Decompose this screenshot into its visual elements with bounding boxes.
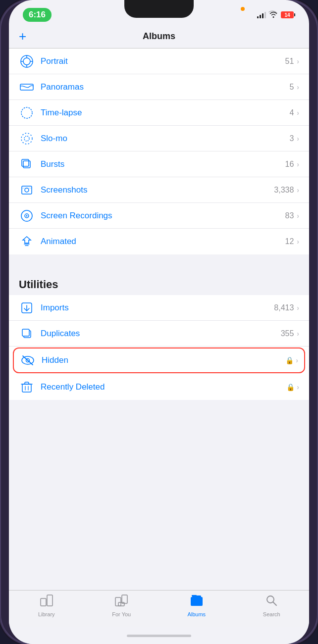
portrait-label: Portrait — [41, 56, 285, 66]
svg-rect-25 — [22, 384, 31, 392]
list-item-timelapse[interactable]: Time-lapse 4 › — [9, 100, 309, 126]
timelapse-label: Time-lapse — [41, 108, 289, 118]
panoramas-icon — [19, 82, 35, 92]
panoramas-count: 5 — [289, 83, 294, 92]
screen-recordings-label: Screen Recordings — [41, 211, 285, 221]
imports-label: Imports — [41, 303, 274, 313]
recently-deleted-label: Recently Deleted — [41, 382, 286, 392]
list-item-bursts[interactable]: Bursts 16 › — [9, 151, 309, 177]
page-title: Albums — [39, 31, 279, 42]
tab-albums[interactable]: Albums — [159, 594, 234, 617]
svg-point-7 — [21, 107, 32, 118]
portrait-icon — [19, 55, 35, 68]
list-item-duplicates[interactable]: Duplicates 355 › — [9, 321, 309, 347]
content-area: Portrait 51 › Panoramas 5 › — [9, 49, 309, 590]
utilities-title: Utilities — [19, 278, 58, 291]
svg-rect-36 — [192, 595, 197, 596]
recently-deleted-lock-icon: 🔒 — [286, 383, 295, 391]
slomo-icon — [19, 132, 35, 145]
battery-icon: 14 — [281, 11, 295, 18]
svg-point-9 — [24, 136, 29, 141]
phone-screen: 6:16 — [9, 0, 309, 644]
list-item-panoramas[interactable]: Panoramas 5 › — [9, 74, 309, 100]
albums-tab-label: Albums — [187, 611, 206, 617]
svg-rect-34 — [191, 597, 203, 606]
svg-rect-29 — [41, 598, 46, 606]
tab-library[interactable]: Library — [9, 594, 84, 617]
status-icons: 14 — [257, 11, 295, 19]
svg-point-17 — [26, 215, 28, 216]
orange-dot — [241, 7, 245, 11]
list-item-animated[interactable]: Animated 12 › — [9, 229, 309, 254]
animated-label: Animated — [41, 237, 285, 247]
svg-point-1 — [23, 58, 30, 65]
for-you-tab-label: For You — [112, 611, 131, 617]
list-item-slomo[interactable]: Slo-mo 3 › — [9, 126, 309, 151]
animated-icon — [19, 235, 35, 248]
screen-recordings-count: 83 — [285, 211, 294, 220]
hidden-label: Hidden — [42, 355, 285, 365]
section-gap — [9, 254, 309, 272]
svg-rect-33 — [118, 602, 124, 606]
library-tab-icon — [40, 594, 53, 609]
wifi-icon — [269, 11, 278, 19]
duplicates-label: Duplicates — [41, 329, 281, 339]
library-tab-label: Library — [38, 611, 55, 617]
svg-line-38 — [273, 602, 277, 606]
slomo-label: Slo-mo — [41, 134, 289, 144]
screenshots-label: Screenshots — [41, 185, 274, 195]
portrait-count: 51 — [285, 57, 294, 66]
utilities-section: Imports 8,413 › Duplicates 355 — [9, 295, 309, 400]
add-button[interactable]: + — [19, 29, 39, 44]
nav-bar: + Albums — [9, 27, 309, 49]
battery-level: 14 — [284, 12, 290, 18]
tab-search[interactable]: Search — [234, 594, 310, 617]
phone-frame: 6:16 — [0, 0, 318, 644]
albums-tab-icon — [190, 594, 203, 609]
list-item-hidden[interactable]: Hidden 🔒 › — [13, 347, 305, 373]
screenshots-icon — [19, 184, 35, 197]
tab-for-you[interactable]: For You — [84, 594, 159, 617]
list-item-screenshots[interactable]: Screenshots 3,338 › — [9, 177, 309, 203]
recently-deleted-icon — [19, 381, 35, 394]
imports-count: 8,413 — [274, 303, 294, 312]
signal-bars-icon — [257, 11, 266, 18]
hidden-icon — [20, 355, 36, 366]
screen-recordings-icon — [19, 209, 35, 222]
status-time: 6:16 — [23, 8, 52, 22]
search-tab-label: Search — [263, 611, 280, 617]
svg-rect-11 — [22, 159, 29, 166]
search-tab-icon — [265, 594, 277, 609]
media-types-section: Portrait 51 › Panoramas 5 › — [9, 49, 309, 254]
timelapse-count: 4 — [289, 108, 294, 117]
svg-point-8 — [21, 133, 32, 144]
home-indicator — [9, 627, 309, 644]
screenshots-count: 3,338 — [274, 186, 294, 195]
timelapse-icon — [19, 106, 35, 119]
duplicates-icon — [19, 327, 35, 340]
duplicates-count: 355 — [281, 329, 294, 338]
list-item-portrait[interactable]: Portrait 51 › — [9, 49, 309, 74]
svg-rect-10 — [23, 161, 30, 168]
bursts-count: 16 — [285, 160, 294, 169]
notch — [124, 0, 194, 18]
utilities-section-header: Utilities — [9, 272, 309, 295]
svg-point-13 — [25, 188, 29, 192]
lock-icon: 🔒 — [285, 356, 294, 364]
slomo-count: 3 — [289, 134, 294, 143]
list-item-imports[interactable]: Imports 8,413 › — [9, 295, 309, 321]
for-you-tab-icon — [115, 594, 128, 609]
list-item-screen-recordings[interactable]: Screen Recordings 83 › — [9, 203, 309, 229]
home-bar — [127, 635, 191, 637]
bursts-icon — [19, 158, 35, 171]
bursts-label: Bursts — [41, 159, 285, 169]
imports-icon — [19, 301, 35, 314]
svg-rect-21 — [22, 329, 29, 336]
list-item-recently-deleted[interactable]: Recently Deleted 🔒 › — [9, 374, 309, 400]
panoramas-label: Panoramas — [41, 82, 289, 92]
tab-bar: Library For You — [9, 590, 309, 627]
svg-rect-12 — [22, 186, 32, 194]
animated-count: 12 — [285, 237, 294, 246]
svg-rect-30 — [47, 595, 53, 606]
